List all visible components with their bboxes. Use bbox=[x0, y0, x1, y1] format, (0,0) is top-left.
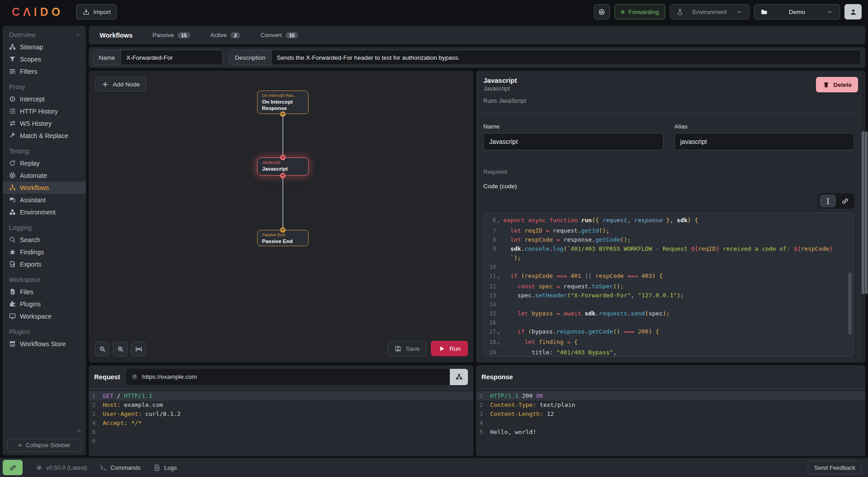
workflow-node-passive-end[interactable]: Passive EndPassive End bbox=[257, 230, 309, 246]
sidebar-item-search[interactable]: Search bbox=[3, 234, 86, 246]
node-port-out[interactable] bbox=[280, 173, 286, 178]
node-alias-input[interactable]: javascript bbox=[674, 133, 854, 150]
workflow-node-on-intercept-response[interactable]: On Intercept Res...On Intercept Response bbox=[257, 91, 309, 114]
canvas-actions: Save Run bbox=[387, 341, 468, 356]
response-editor[interactable]: 1HTTP/1.1 200 OK2Content-Type: text/plai… bbox=[476, 389, 865, 437]
commands-button[interactable]: Commands bbox=[100, 464, 140, 471]
code-line-16: 16 bbox=[484, 318, 853, 327]
node-port-in[interactable] bbox=[280, 227, 286, 233]
tab-active[interactable]: Active2 bbox=[210, 32, 241, 38]
workflow-name-input[interactable]: X-Forwarded-For bbox=[121, 50, 222, 65]
export-icon bbox=[9, 261, 16, 268]
line-number: 19 bbox=[484, 348, 501, 357]
sidebar-item-files[interactable]: Files bbox=[3, 286, 86, 298]
workflow-description-input[interactable]: Sends the X-Forwarded-For header to test… bbox=[272, 50, 861, 65]
request-url-bar[interactable]: ? https://example.com bbox=[126, 369, 468, 385]
sidebar-item-intercept[interactable]: Intercept bbox=[3, 93, 86, 105]
page-scrollbar-thumb[interactable] bbox=[865, 131, 868, 294]
sidebar-scroll-caret-icon[interactable] bbox=[75, 427, 82, 434]
topbar-right: » Forwarding Environment Demo bbox=[594, 4, 862, 19]
workflow-icon bbox=[9, 184, 16, 191]
flask-icon bbox=[676, 8, 683, 15]
sidebar-item-match-replace[interactable]: Match & Replace bbox=[3, 129, 86, 142]
collapse-sidebar-button[interactable]: « Collapse Sidebar bbox=[7, 439, 81, 452]
sidebar-item-label: WS History bbox=[20, 120, 52, 127]
sidebar-item-filters[interactable]: Filters bbox=[3, 65, 86, 77]
save-label: Save bbox=[405, 345, 420, 352]
topbar: CΛIDO Import » Forwarding Environment De… bbox=[0, 0, 868, 24]
sidebar-item-automate[interactable]: Automate bbox=[3, 169, 86, 181]
logs-label: Logs bbox=[164, 464, 177, 471]
text-cursor-icon bbox=[824, 197, 831, 205]
workflow-canvas[interactable]: Add Node On Intercept Res...On Intercept… bbox=[89, 71, 473, 363]
fold-caret-icon[interactable]: v bbox=[496, 273, 501, 282]
connection-tile[interactable] bbox=[3, 460, 23, 475]
sidebar-item-label: Workspace bbox=[20, 313, 52, 320]
text-cursor-button[interactable] bbox=[820, 195, 836, 207]
add-node-button[interactable]: Add Node bbox=[95, 77, 146, 91]
fold-caret-icon[interactable]: v bbox=[496, 329, 501, 338]
sidebar-item-plugins[interactable]: Plugins bbox=[3, 298, 86, 310]
code-editor[interactable]: 6vexport async function run({ request, r… bbox=[483, 213, 854, 357]
sidebar-item-label: Workflows Store bbox=[20, 340, 66, 348]
send-to-workflow-button[interactable] bbox=[450, 369, 468, 385]
account-button[interactable] bbox=[844, 4, 862, 19]
sidebar-item-ws-history[interactable]: WS History bbox=[3, 117, 86, 129]
link-button[interactable] bbox=[837, 195, 853, 207]
environment-dropdown[interactable]: Environment bbox=[670, 4, 749, 19]
fold-caret-icon[interactable]: v bbox=[496, 217, 501, 226]
node-name-input[interactable]: Javascript bbox=[483, 133, 663, 150]
workflow-node-javascript-selected[interactable]: JavascriptJavascript bbox=[257, 157, 309, 176]
code-line-17: 17v if (bypass.response.getCode() === 20… bbox=[484, 327, 853, 338]
code-line-content: Content-Length: 12 bbox=[488, 410, 554, 419]
funnel-icon bbox=[9, 56, 16, 63]
save-button[interactable]: Save bbox=[387, 341, 426, 356]
node-title: Javascript bbox=[262, 166, 304, 172]
sidebar-item-scopes[interactable]: Scopes bbox=[3, 53, 86, 65]
caret-up-icon[interactable] bbox=[75, 32, 81, 38]
project-dropdown[interactable]: Demo bbox=[754, 4, 840, 19]
browser-button[interactable] bbox=[594, 4, 610, 19]
node-inspector-panel: Javascript Javascript Runs JavaScript De… bbox=[476, 71, 865, 363]
sidebar-item-exports[interactable]: Exports bbox=[3, 258, 86, 270]
sidebar-item-replay[interactable]: Replay bbox=[3, 157, 86, 169]
tab-convert[interactable]: Convert15 bbox=[260, 32, 298, 38]
request-editor[interactable]: 1GET / HTTP/1.12Host: example.com3User-A… bbox=[89, 389, 473, 446]
inspector-scrollbar-thumb[interactable] bbox=[862, 131, 864, 294]
fit-view-button[interactable] bbox=[131, 342, 146, 356]
sidebar-item-findings[interactable]: Findings bbox=[3, 246, 86, 258]
tab-label: Active bbox=[210, 32, 227, 38]
import-button[interactable]: Import bbox=[76, 4, 117, 19]
sidebar-item-workspace[interactable]: Workspace bbox=[3, 310, 86, 322]
run-button[interactable]: Run bbox=[431, 341, 468, 356]
request-url-input[interactable]: https://example.com bbox=[142, 373, 450, 380]
sidebar-item-workflows[interactable]: Workflows bbox=[3, 181, 86, 194]
code-line-3: 3User-Agent: curl/8.1.2 bbox=[89, 410, 473, 419]
sidebar-item-http-history[interactable]: HTTP History bbox=[3, 105, 86, 117]
editor-scrollbar[interactable] bbox=[848, 272, 852, 334]
send-feedback-button[interactable]: Send Feedback bbox=[808, 461, 862, 474]
code-line-15: 15 let bypass = await sdk.requests.send(… bbox=[484, 309, 853, 318]
required-label: Required bbox=[483, 168, 854, 175]
sidebar-section-proxy: Proxy bbox=[3, 81, 86, 93]
node-port-in[interactable] bbox=[280, 155, 286, 160]
node-port-out[interactable] bbox=[280, 111, 286, 117]
code-line-10: 10 bbox=[484, 262, 853, 272]
tab-passive[interactable]: Passive15 bbox=[153, 32, 191, 38]
delete-node-button[interactable]: Delete bbox=[816, 77, 858, 92]
request-panel: Request ? https://example.com 1GET / HTT… bbox=[89, 365, 473, 456]
sidebar-item-sitemap[interactable]: Sitemap bbox=[3, 41, 86, 53]
sidebar-item-environment[interactable]: Environment bbox=[3, 206, 86, 218]
code-line-9: 9 sdk.console.log(`401/403 BYPASS WORKFL… bbox=[484, 244, 853, 262]
sidebar-item-assistant[interactable]: Assistant bbox=[3, 194, 86, 206]
chip-icon bbox=[9, 172, 16, 179]
version-label: v0.50.0 (Latest) bbox=[46, 464, 87, 471]
zoom-out-button[interactable] bbox=[95, 342, 110, 356]
zoom-in-button[interactable] bbox=[113, 342, 128, 356]
sidebar-section-logging: Logging bbox=[3, 221, 86, 234]
logs-button[interactable]: Logs bbox=[153, 464, 177, 471]
fold-caret-icon[interactable]: v bbox=[496, 339, 501, 348]
sidebar-item-label: Files bbox=[20, 288, 33, 296]
forwarding-button[interactable]: » Forwarding bbox=[615, 4, 665, 19]
sidebar-item-workflows-store[interactable]: Workflows Store bbox=[3, 338, 86, 350]
